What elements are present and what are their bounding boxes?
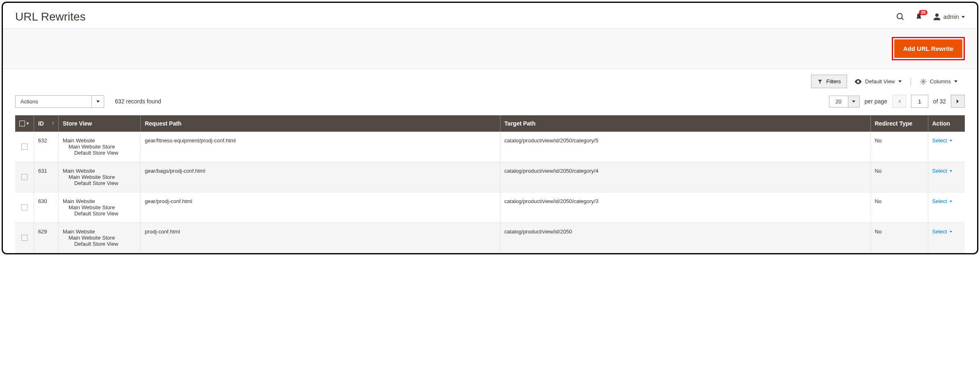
per-page-select[interactable]: 20	[829, 96, 860, 107]
row-checkbox[interactable]	[21, 174, 27, 180]
col-header-store-view[interactable]: Store View	[58, 115, 140, 132]
col-header-target-path[interactable]: Target Path	[500, 115, 870, 132]
cell-store-view: Main WebsiteMain Website StoreDefault St…	[58, 162, 140, 192]
cell-id: 631	[34, 162, 58, 192]
cell-request-path: prodj-conf.html	[140, 223, 500, 253]
select-action-link[interactable]: Select	[932, 168, 961, 174]
next-page-button[interactable]	[951, 95, 965, 108]
table-row: 630Main WebsiteMain Website StoreDefault…	[15, 192, 965, 223]
select-action-link[interactable]: Select	[932, 137, 961, 144]
gear-icon	[920, 78, 927, 85]
page-title: URL Rewrites	[15, 10, 86, 23]
cell-id: 630	[34, 192, 58, 223]
columns-control[interactable]: Columns	[913, 78, 965, 85]
url-rewrites-grid: ▼ ID↑ Store View Request Path Target Pat…	[15, 115, 965, 253]
cell-request-path: gear/prodj-conf.html	[140, 192, 500, 223]
chevron-down-icon[interactable]	[91, 96, 104, 107]
chevron-right-icon	[956, 99, 959, 104]
cell-redirect-type: No	[870, 223, 928, 253]
cell-action: Select	[928, 162, 965, 192]
table-row: 632Main WebsiteMain Website StoreDefault…	[15, 132, 965, 162]
svg-point-0	[897, 14, 902, 19]
cell-target-path: catalog/product/view/id/2050/category/3	[500, 192, 870, 223]
col-header-redirect-type[interactable]: Redirect Type	[870, 115, 928, 132]
table-row: 629Main WebsiteMain Website StoreDefault…	[15, 223, 965, 253]
prev-page-button[interactable]	[892, 95, 906, 108]
cell-store-view: Main WebsiteMain Website StoreDefault St…	[58, 192, 140, 223]
add-url-rewrite-highlight: Add URL Rewrite	[892, 37, 965, 60]
cell-store-view: Main WebsiteMain Website StoreDefault St…	[58, 223, 140, 253]
svg-point-2	[935, 14, 939, 17]
actions-label: Actions	[16, 96, 91, 107]
col-header-request-path[interactable]: Request Path	[140, 115, 500, 132]
cell-redirect-type: No	[870, 132, 928, 162]
eye-icon	[854, 79, 862, 84]
chevron-down-icon[interactable]	[848, 96, 859, 107]
cell-target-path: catalog/product/view/id/2050/category/4	[500, 162, 870, 192]
cell-action: Select	[928, 192, 965, 223]
row-checkbox[interactable]	[21, 204, 27, 210]
notifications-icon[interactable]: 39	[915, 12, 923, 21]
cell-redirect-type: No	[870, 192, 928, 223]
cell-request-path: gear/fitness-equipment/prodj-conf.html	[140, 132, 500, 162]
records-found: 632 records found	[115, 98, 161, 105]
search-icon[interactable]	[896, 12, 905, 21]
row-checkbox[interactable]	[21, 235, 27, 241]
cell-store-view: Main WebsiteMain Website StoreDefault St…	[58, 132, 140, 162]
default-view-control[interactable]: Default View	[847, 78, 909, 85]
col-header-action: Action	[928, 115, 965, 132]
svg-point-3	[923, 81, 924, 82]
cell-id: 629	[34, 223, 58, 253]
cell-action: Select	[928, 223, 965, 253]
cell-target-path: catalog/product/view/id/2050/category/5	[500, 132, 870, 162]
select-action-link[interactable]: Select	[932, 198, 961, 204]
cell-target-path: catalog/product/view/id/2050	[500, 223, 870, 253]
cell-action: Select	[928, 132, 965, 162]
chevron-down-icon	[898, 80, 902, 82]
default-view-label: Default View	[865, 78, 895, 85]
col-header-id[interactable]: ID↑	[34, 115, 58, 132]
chevron-down-icon	[962, 16, 965, 18]
separator: |	[910, 77, 912, 86]
select-action-link[interactable]: Select	[932, 229, 961, 235]
per-page-value: 20	[829, 96, 848, 107]
notification-badge: 39	[919, 10, 927, 15]
total-pages-label: of 32	[933, 98, 946, 105]
actions-dropdown[interactable]: Actions	[15, 95, 104, 108]
per-page-label: per page	[865, 98, 887, 105]
filters-button[interactable]: Filters	[811, 75, 847, 88]
cell-request-path: gear/bags/prodj-conf.html	[140, 162, 500, 192]
chevron-down-icon	[954, 80, 957, 82]
funnel-icon	[817, 79, 823, 84]
page-input[interactable]	[911, 95, 928, 108]
filters-label: Filters	[826, 78, 841, 85]
chevron-left-icon	[898, 99, 901, 104]
user-name: admin	[943, 14, 959, 20]
col-header-checkbox[interactable]: ▼	[15, 115, 34, 132]
cell-id: 632	[34, 132, 58, 162]
add-url-rewrite-button[interactable]: Add URL Rewrite	[894, 39, 962, 58]
user-menu[interactable]: admin	[933, 13, 965, 21]
table-row: 631Main WebsiteMain Website StoreDefault…	[15, 162, 965, 192]
row-checkbox[interactable]	[21, 144, 27, 150]
user-icon	[933, 13, 941, 21]
cell-redirect-type: No	[870, 162, 928, 192]
columns-label: Columns	[930, 78, 951, 85]
svg-line-1	[902, 18, 904, 20]
